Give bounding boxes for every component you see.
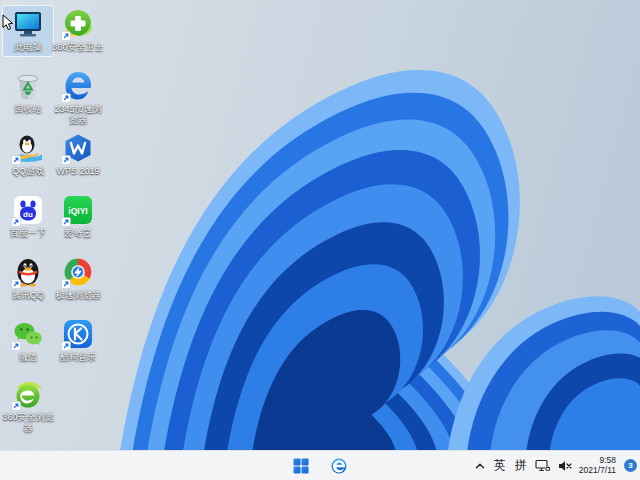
desktop-icon-label: QQ游戏 bbox=[0, 166, 56, 177]
wps-2019-icon bbox=[62, 132, 94, 164]
desktop-icon-label: 此电脑 bbox=[0, 42, 56, 53]
shortcut-arrow-icon bbox=[61, 155, 71, 165]
qq-games-icon bbox=[12, 132, 44, 164]
iqiyi-icon: iQIYI bbox=[62, 194, 94, 226]
360-safety-icon bbox=[62, 8, 94, 40]
desktop-icon-wps-2019[interactable]: WPS 2019 bbox=[53, 130, 103, 180]
baidu-icon: du bbox=[12, 194, 44, 226]
desktop-icon-label: 腾讯QQ bbox=[0, 290, 56, 301]
desktop-icon-360-safety[interactable]: 360安全卫士 bbox=[53, 6, 103, 56]
shortcut-arrow-icon bbox=[11, 279, 21, 289]
shortcut-arrow-icon bbox=[11, 341, 21, 351]
desktop-icon-qq-games[interactable]: QQ游戏 bbox=[3, 130, 53, 180]
volume-tray-button[interactable] bbox=[558, 460, 572, 472]
desktop-icon-label: 2345加速浏 览器 bbox=[50, 104, 106, 125]
clock-date: 2021/7/11 bbox=[579, 466, 616, 476]
windows-desktop: 此电脑360安全卫士回收站2345加速浏 览器QQ游戏WPS 2019du百度一… bbox=[0, 0, 640, 480]
recycle-bin-icon bbox=[12, 70, 44, 102]
notification-badge[interactable]: 3 bbox=[624, 459, 637, 472]
shortcut-arrow-icon bbox=[61, 341, 71, 351]
desktop-icon-label: 360安全浏览 器 bbox=[0, 412, 56, 433]
tencent-qq-icon bbox=[12, 256, 44, 288]
taskbar: 英 拼 9:58 2021/7/11 3 bbox=[0, 450, 640, 480]
desktop-icon-wechat[interactable]: 微信 bbox=[3, 316, 53, 366]
shortcut-arrow-icon bbox=[11, 217, 21, 227]
desktop-icon-label: 极速浏览器 bbox=[50, 290, 106, 301]
network-tray-button[interactable] bbox=[535, 459, 551, 473]
clock[interactable]: 9:58 2021/7/11 bbox=[579, 456, 616, 475]
this-pc-icon bbox=[12, 8, 44, 40]
360-browser-icon bbox=[12, 378, 44, 410]
wechat-icon bbox=[12, 318, 44, 350]
speed-browser-icon bbox=[62, 256, 94, 288]
desktop-icon-label: 回收站 bbox=[0, 104, 56, 115]
volume-muted-icon bbox=[558, 460, 572, 472]
shortcut-arrow-icon bbox=[11, 401, 21, 411]
desktop-icon-baidu[interactable]: du百度一下 bbox=[3, 192, 53, 242]
svg-text:iQIYI: iQIYI bbox=[68, 206, 87, 216]
desktop-icon-label: 微信 bbox=[0, 352, 56, 363]
desktop-icon-speed-browser[interactable]: 极速浏览器 bbox=[53, 254, 103, 304]
desktop-icon-label: 酷狗音乐 bbox=[50, 352, 106, 363]
2345-browser-icon bbox=[62, 70, 94, 102]
edge-browser-button[interactable] bbox=[323, 453, 355, 478]
desktop-icon-2345-browser[interactable]: 2345加速浏 览器 bbox=[53, 68, 103, 118]
shortcut-arrow-icon bbox=[61, 31, 71, 41]
shortcut-arrow-icon bbox=[61, 217, 71, 227]
desktop-icon-label: WPS 2019 bbox=[50, 166, 106, 177]
desktop-icon-recycle-bin[interactable]: 回收站 bbox=[3, 68, 53, 118]
shortcut-arrow-icon bbox=[61, 279, 71, 289]
start-button[interactable] bbox=[285, 453, 317, 478]
edge-icon bbox=[331, 458, 347, 474]
ime-language-indicator[interactable]: 英 bbox=[493, 457, 507, 474]
desktop-icon-label: 百度一下 bbox=[0, 228, 56, 239]
chevron-up-icon bbox=[474, 461, 486, 471]
mouse-cursor bbox=[2, 14, 14, 32]
desktop-icon-label: 360安全卫士 bbox=[50, 42, 106, 53]
network-icon bbox=[535, 459, 551, 473]
windows-logo-icon bbox=[293, 458, 309, 474]
svg-text:du: du bbox=[23, 210, 33, 219]
desktop-icon-kugou-music[interactable]: 酷狗音乐 bbox=[53, 316, 103, 366]
kugou-music-icon bbox=[62, 318, 94, 350]
desktop-icon-label: 爱奇艺 bbox=[50, 228, 106, 239]
desktop-area[interactable]: 此电脑360安全卫士回收站2345加速浏 览器QQ游戏WPS 2019du百度一… bbox=[0, 0, 640, 451]
desktop-icon-iqiyi[interactable]: iQIYI爱奇艺 bbox=[53, 192, 103, 242]
shortcut-arrow-icon bbox=[11, 155, 21, 165]
desktop-icon-360-browser[interactable]: 360安全浏览 器 bbox=[3, 376, 53, 426]
ime-mode-indicator[interactable]: 拼 bbox=[514, 457, 528, 474]
shortcut-arrow-icon bbox=[61, 93, 71, 103]
tray-chevron-button[interactable] bbox=[474, 461, 486, 471]
desktop-icon-tencent-qq[interactable]: 腾讯QQ bbox=[3, 254, 53, 304]
